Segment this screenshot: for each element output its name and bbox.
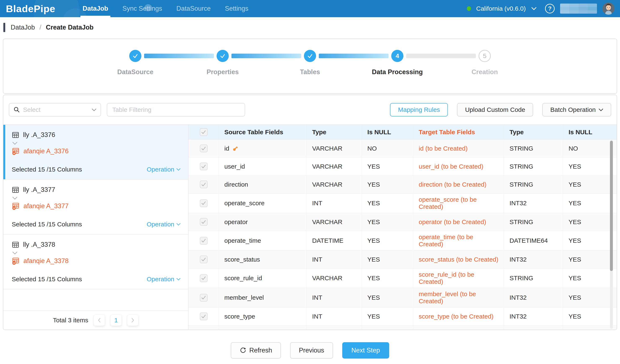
target-field-type: STRING <box>509 163 533 170</box>
table-icon <box>12 241 19 248</box>
nav-item-datajob[interactable]: DataJob <box>75 0 115 17</box>
step-check-icon <box>129 50 141 62</box>
step-label: Properties <box>206 68 239 76</box>
prev-page-button[interactable] <box>94 315 105 326</box>
target-field-type: INT32 <box>509 256 527 263</box>
upload-custom-code-button[interactable]: Upload Custom Code <box>457 103 533 116</box>
target-is-null: YES <box>569 294 581 301</box>
batch-operation-button[interactable]: Batch Operation <box>542 103 611 116</box>
refresh-icon <box>240 347 246 354</box>
target-field-name: direction (to be Created) <box>419 181 487 188</box>
target-field-name: score_rule_id (to be Created) <box>419 271 498 285</box>
table-icon <box>12 131 19 139</box>
source-field-name: score_rule_id <box>224 274 262 282</box>
table-row: id VARCHAR NO id (to be Created) STRING <box>188 139 617 157</box>
row-checkbox <box>200 237 208 245</box>
row-checkbox <box>200 145 208 152</box>
source-field-type: VARCHAR <box>312 145 342 152</box>
source-is-null: YES <box>367 200 380 207</box>
expand-toggle[interactable] <box>12 142 181 145</box>
target-field-name: operate_score (to be Created) <box>419 196 498 210</box>
chevron-down-icon <box>12 251 18 255</box>
nav-item-settings[interactable]: Settings <box>218 0 256 17</box>
target-is-null: NO <box>569 145 578 152</box>
breadcrumb-parent[interactable]: DataJob <box>11 24 35 31</box>
table-row <box>188 325 617 330</box>
source-is-null: YES <box>367 274 380 282</box>
target-field-type: DATETIME64 <box>509 237 548 244</box>
expand-toggle[interactable] <box>12 251 181 255</box>
region-version-selector[interactable]: California (v0.6.0) <box>476 5 526 12</box>
table-mapping-card[interactable]: lly .A_3376 <box>3 125 188 180</box>
page-title: Create DataJob <box>46 24 93 31</box>
source-is-null: YES <box>367 313 380 320</box>
table-mapping-card[interactable]: lly .A_3378 <box>3 235 188 289</box>
refresh-button[interactable]: Refresh <box>231 342 281 359</box>
target-field-name: id (to be Created) <box>419 145 467 152</box>
table-select-dropdown[interactable]: Select <box>9 103 101 116</box>
nav-item-datasource[interactable]: DataSource <box>169 0 218 17</box>
source-field-type: INT <box>312 313 322 320</box>
table-mapping-card[interactable]: lly .A_3377 <box>3 180 188 235</box>
nav-item-sync-settings[interactable]: Sync Settings <box>115 0 170 17</box>
target-field-name: score_type (to be Created) <box>419 313 494 320</box>
col-header-type: Type <box>307 125 362 139</box>
page-1-button[interactable]: 1 <box>110 315 122 326</box>
step-connector-done <box>232 54 301 58</box>
step-number: 4 <box>391 50 403 62</box>
chevron-right-icon <box>131 318 135 323</box>
target-is-null: YES <box>569 256 581 263</box>
username-blurred <box>560 3 597 14</box>
source-field-type: DATETIME <box>312 237 343 244</box>
search-icon <box>13 106 20 113</box>
source-is-null: NO <box>367 145 377 152</box>
source-table-name: lly .A_3377 <box>23 186 55 194</box>
target-field-name: score_status (to be Created) <box>419 256 498 263</box>
table-add-icon <box>12 202 20 210</box>
selected-columns-text: Selected 15 /15 Columns <box>12 276 82 283</box>
next-step-button[interactable]: Next Step <box>342 342 389 359</box>
source-field-name: direction <box>224 181 248 188</box>
previous-button[interactable]: Previous <box>290 342 333 359</box>
target-field-type: STRING <box>509 181 533 188</box>
source-is-null: YES <box>367 163 380 170</box>
source-field-type: VARCHAR <box>312 218 342 226</box>
target-table-name: afanqie A_3378 <box>23 257 69 265</box>
row-checkbox <box>200 218 208 226</box>
target-is-null: YES <box>569 200 581 207</box>
selected-columns-text: Selected 15 /15 Columns <box>12 166 82 173</box>
chevron-down-icon <box>12 197 18 200</box>
target-is-null: YES <box>569 163 581 170</box>
step-label: Data Processing <box>372 68 423 76</box>
target-is-null: YES <box>569 237 581 244</box>
chevron-down-icon <box>599 108 603 111</box>
source-field-name: operator <box>224 218 248 226</box>
field-mapping-table: Source Table Fields Type Is NULL Target … <box>188 125 617 330</box>
source-is-null: YES <box>367 181 380 188</box>
row-checkbox <box>200 313 208 320</box>
main-nav: DataJob Sync Settings DataSource Setting… <box>75 0 256 17</box>
expand-toggle[interactable] <box>12 197 181 200</box>
mapping-rules-button[interactable]: Mapping Rules <box>390 103 448 116</box>
chevron-down-icon <box>12 142 18 145</box>
source-is-null: YES <box>367 218 380 226</box>
next-page-button[interactable] <box>127 315 139 326</box>
target-field-name: operate_time (to be Created) <box>419 233 498 248</box>
chevron-down-icon[interactable] <box>531 7 537 11</box>
source-field-name: score_type <box>224 313 255 320</box>
operation-label: Operation <box>147 221 174 228</box>
stepper-card: DataSource Properties Tables 4 Data Proc… <box>3 39 617 94</box>
table-filter-input[interactable] <box>107 103 245 116</box>
target-field-name: user_id (to be Created) <box>419 163 483 170</box>
help-icon[interactable]: ? <box>545 4 555 13</box>
operation-dropdown[interactable]: Operation <box>147 221 181 228</box>
row-checkbox <box>200 256 208 263</box>
operation-dropdown[interactable]: Operation <box>147 166 181 173</box>
col-header-target-type: Type <box>504 125 563 139</box>
operation-dropdown[interactable]: Operation <box>147 276 181 283</box>
source-table-name: lly .A_3376 <box>23 131 55 139</box>
avatar[interactable] <box>602 2 615 15</box>
scrollbar-thumb[interactable] <box>610 141 613 271</box>
step-label: DataSource <box>117 68 153 76</box>
select-all-checkbox <box>200 128 208 136</box>
